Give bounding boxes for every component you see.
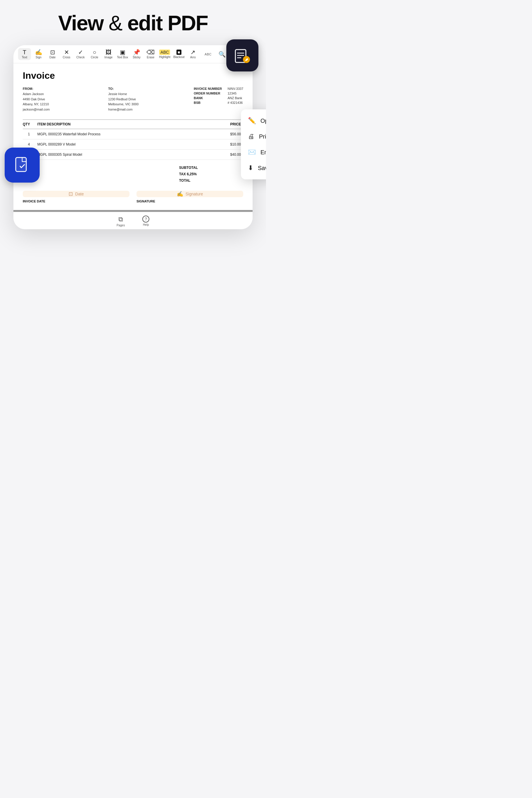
row-item: MGPL 0000235 Waterfall Model Process <box>37 129 209 139</box>
menu-item-email[interactable]: ✉️ Email <box>241 145 266 160</box>
totals-section: SUBTOTAL TAX 6,25% TOTAL <box>23 165 243 184</box>
toolbar-textbox-label: Text Box <box>117 56 128 59</box>
toolbar-erase-label: Erase <box>147 56 154 59</box>
col-qty: QTY <box>23 119 37 129</box>
date-box-label: Date <box>75 192 84 196</box>
toolbar: T Text ✍ Sign ⊡ Date ✕ Cross ✓ Check ○ C… <box>14 45 252 63</box>
signature-box-icon: ✍ <box>177 191 183 197</box>
pages-item[interactable]: ⧉ Pages <box>117 215 125 227</box>
row-qty: 1 <box>23 129 37 139</box>
toolbar-abc[interactable]: ABC <box>202 51 215 57</box>
pages-icon: ⧉ <box>118 215 123 223</box>
col-item: ITEM DESCRIPTION <box>37 119 209 129</box>
textbox-icon: ▣ <box>120 49 126 55</box>
toolbar-cross[interactable]: ✕ Cross <box>60 48 73 60</box>
toolbar-sign[interactable]: ✍ Sign <box>32 48 45 60</box>
total-label: TOTAL <box>179 178 190 183</box>
invoice-number-label: INVOICE NUMBER <box>194 87 223 90</box>
table-row: 2 MGPL 0000305 Spiral Model $40.00 <box>23 149 243 159</box>
signature-box-label: Signature <box>186 192 203 196</box>
menu-item-save-as[interactable]: ⬇ Save As <box>241 160 266 176</box>
edit-badge <box>226 39 259 72</box>
date-icon: ⊡ <box>50 49 55 55</box>
table-row: 4 MGPL 0000289 V Model $10.00 <box>23 139 243 149</box>
invoice-number-value: NINV-3337 <box>228 87 243 90</box>
menu-email-label: Email <box>261 149 266 156</box>
cross-icon: ✕ <box>64 49 69 55</box>
total-row: TOTAL <box>179 177 243 184</box>
from-value: Adam Jackson 4490 Oak Drive Albany, NY, … <box>23 92 103 112</box>
toolbar-highlight-label: Highlight <box>159 55 170 59</box>
to-label: TO: <box>108 87 189 90</box>
highlight-icon: ABC <box>159 50 170 55</box>
row-price: $40.00 <box>209 149 243 159</box>
toolbar-image[interactable]: 🖼 Image <box>102 48 115 60</box>
file-badge <box>5 148 40 183</box>
bsb-value: # 4321436 <box>228 101 243 104</box>
bottom-bar: ⧉ Pages ? Help <box>14 212 252 229</box>
toolbar-highlight[interactable]: ABC Highlight <box>158 49 171 60</box>
toolbar-sticky[interactable]: 📌 Sticky <box>130 48 143 60</box>
print-icon: 🖨 <box>248 133 254 140</box>
menu-open-label: Open <box>261 117 266 124</box>
sticky-icon: 📌 <box>133 49 140 55</box>
toolbar-text[interactable]: T Text <box>18 48 31 60</box>
toolbar-blackout-label: Blackout <box>173 55 184 59</box>
text-icon: T <box>23 49 26 55</box>
email-icon: ✉️ <box>248 149 256 156</box>
help-label: Help <box>143 223 149 226</box>
toolbar-arrow-label: Arro <box>190 56 196 59</box>
toolbar-textbox[interactable]: ▣ Text Box <box>116 48 129 60</box>
device-frame: ✏️ Open 🖨 Print ✉️ Email ⬇ Save As T Tex… <box>14 45 252 229</box>
help-item[interactable]: ? Help <box>142 215 149 227</box>
blackout-icon: ■ <box>176 50 181 55</box>
bank-label: BANK <box>194 96 223 100</box>
toolbar-check[interactable]: ✓ Check <box>74 48 87 60</box>
bsb-label: BSB <box>194 101 223 104</box>
arrow-icon: ↗ <box>190 49 195 55</box>
menu-item-open[interactable]: ✏️ Open <box>241 113 266 129</box>
toolbar-circle-label: Circle <box>91 56 98 59</box>
toolbar-circle[interactable]: ○ Circle <box>88 48 101 60</box>
menu-print-label: Print <box>259 133 266 140</box>
row-item: MGPL 0000305 Spiral Model <box>37 149 209 159</box>
from-section: FROM: Adam Jackson 4490 Oak Drive Albany… <box>23 87 103 112</box>
signature-box[interactable]: ✍ Signature <box>136 191 243 197</box>
invoice-title: Invoice <box>23 70 243 81</box>
toolbar-image-label: Image <box>104 56 113 59</box>
toolbar-check-label: Check <box>76 56 84 59</box>
toolbar-date[interactable]: ⊡ Date <box>46 48 59 60</box>
invoice-meta: FROM: Adam Jackson 4490 Oak Drive Albany… <box>23 87 243 112</box>
context-menu: ✏️ Open 🖨 Print ✉️ Email ⬇ Save As <box>241 109 266 179</box>
toolbar-erase[interactable]: ⌫ Erase <box>144 48 157 60</box>
toolbar-blackout[interactable]: ■ Blackout <box>172 49 185 60</box>
pages-label: Pages <box>117 224 125 227</box>
row-price: $56.00 <box>209 129 243 139</box>
toolbar-arrow[interactable]: ↗ Arro <box>187 48 200 60</box>
order-number-value: 12345 <box>228 92 236 95</box>
toolbar-date-label: Date <box>49 56 55 59</box>
content-area: Invoice FROM: Adam Jackson 4490 Oak Driv… <box>14 63 252 210</box>
table-row: 1 MGPL 0000235 Waterfall Model Process $… <box>23 129 243 139</box>
page-title: View & edit PDF <box>58 12 208 35</box>
menu-save-as-label: Save As <box>258 165 266 171</box>
circle-icon: ○ <box>93 49 96 55</box>
toolbar-sticky-label: Sticky <box>133 56 140 59</box>
subtotal-row: SUBTOTAL <box>179 165 243 171</box>
check-icon: ✓ <box>78 49 83 55</box>
row-price: $10.00 <box>209 139 243 149</box>
menu-item-print[interactable]: 🖨 Print <box>241 129 266 145</box>
row-item: MGPL 0000289 V Model <box>37 139 209 149</box>
date-box[interactable]: ⊡ Date <box>23 191 130 197</box>
toolbar-sign-label: Sign <box>36 56 41 59</box>
tax-row: TAX 6,25% <box>179 171 243 177</box>
open-icon: ✏️ <box>248 117 256 125</box>
help-icon: ? <box>142 215 149 223</box>
to-section: TO: Jessie Horne 1230 Redbud Drive Melbo… <box>108 87 189 112</box>
tax-label: TAX 6,25% <box>179 172 196 176</box>
image-icon: 🖼 <box>106 49 111 55</box>
sig-labels: INVOICE DATE SIGNATURE <box>23 200 243 203</box>
invoice-numbers: INVOICE NUMBER NINV-3337 ORDER NUMBER 12… <box>194 87 243 112</box>
bank-value: ANZ Bank <box>228 96 242 100</box>
separator <box>14 210 252 212</box>
